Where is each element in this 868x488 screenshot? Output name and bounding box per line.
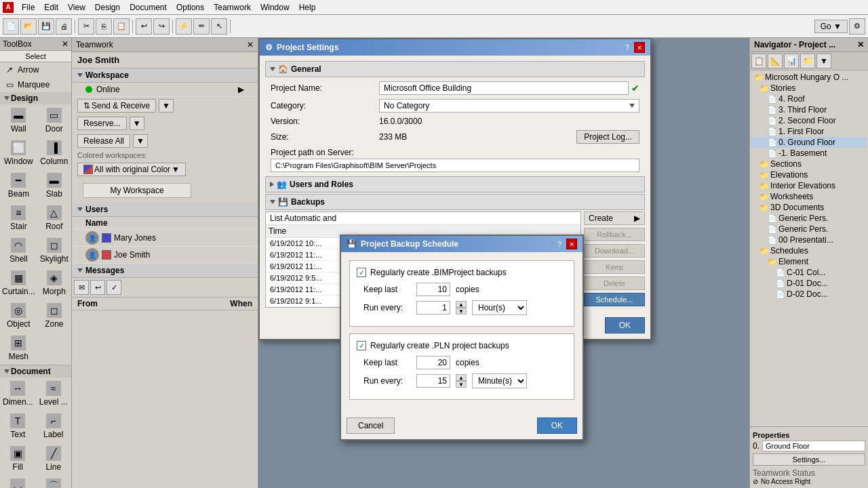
tree-item[interactable]: 📄C-01 Col... — [751, 267, 867, 278]
tree-item[interactable]: 📄D-01 Doc... — [751, 278, 867, 289]
tree-item[interactable]: 📁Stories — [751, 83, 867, 94]
tool-slab[interactable]: ▬Slab — [37, 169, 71, 202]
tree-item[interactable]: 📄0. Ground Floor — [751, 137, 867, 148]
tree-item[interactable]: 📁Microsoft Hungary O ... — [751, 72, 867, 83]
tree-item[interactable]: 📄-1. Basement — [751, 148, 867, 159]
tool-label[interactable]: ⌐Label — [36, 410, 72, 443]
document-section[interactable]: Document — [0, 365, 71, 378]
online-arrow-btn[interactable]: ▶ — [238, 85, 244, 94]
menu-design[interactable]: Design — [91, 1, 124, 14]
tree-item[interactable]: 📁Schedules — [751, 245, 867, 256]
delete-backup-btn[interactable]: Delete — [584, 277, 645, 290]
tool-skylight[interactable]: ◻Skylight — [37, 235, 71, 267]
cursor-btn[interactable]: ↖ — [211, 18, 227, 35]
tool-stair[interactable]: ≡Stair — [0, 202, 37, 235]
backup-cancel-btn[interactable]: Cancel — [347, 418, 395, 434]
schedule-backup-btn[interactable]: Schedule... — [584, 293, 645, 306]
tool-arc[interactable]: ◡Arc/Ci... — [0, 475, 36, 488]
tree-item[interactable]: 📁Interior Elevations — [751, 180, 867, 191]
menu-options[interactable]: Options — [172, 1, 208, 14]
ps-ok-btn[interactable]: OK — [605, 317, 645, 333]
cut-btn[interactable]: ✂ — [78, 18, 94, 35]
download-btn[interactable]: Download... — [584, 244, 645, 258]
reply-msg-btn[interactable]: ↩ — [90, 280, 105, 295]
tool-level[interactable]: ≈Level ... — [36, 378, 72, 410]
pencil-btn[interactable]: ✏ — [193, 18, 210, 35]
project-name-input[interactable] — [379, 81, 629, 95]
tool-beam[interactable]: ━Beam — [0, 169, 37, 202]
menu-help[interactable]: Help — [295, 1, 320, 14]
menu-teamwork[interactable]: Teamwork — [210, 1, 255, 14]
tree-item[interactable]: 📁Sections — [751, 159, 867, 169]
bim-interval-select[interactable]: Hour(s) Minute(s) Day(s) — [472, 300, 527, 315]
tool-line[interactable]: ╱Line — [36, 443, 72, 475]
nav-btn-3[interactable]: 📊 — [784, 54, 799, 68]
tool-mesh[interactable]: ⊞Mesh — [0, 332, 37, 365]
print-btn[interactable]: 🖨 — [56, 18, 72, 35]
backups-header[interactable]: 💾 Backups — [265, 194, 645, 210]
bim-checkbox[interactable]: ✓ — [357, 268, 366, 277]
project-log-btn[interactable]: Project Log... — [576, 130, 639, 144]
nav-btn-4[interactable]: 📁 — [800, 54, 815, 68]
nav-btn-5[interactable]: ▼ — [816, 54, 831, 68]
tree-item[interactable]: 📄3. Third Floor — [751, 104, 867, 115]
navigator-close-btn[interactable]: ✕ — [857, 40, 864, 49]
tree-item[interactable]: 📄2. Second Floor — [751, 115, 867, 126]
compose-msg-btn[interactable]: ✉ — [74, 280, 89, 295]
new-btn[interactable]: 📄 — [3, 18, 19, 35]
toolbox-arrow[interactable]: ↗ Arrow — [0, 62, 71, 77]
ps-close-btn[interactable]: ✕ — [634, 42, 645, 53]
bim-keep-input[interactable] — [416, 283, 450, 296]
menu-document[interactable]: Document — [125, 1, 171, 14]
tree-item[interactable]: 📁Worksheets — [751, 191, 867, 202]
pln-interval-select[interactable]: Hour(s) Minute(s) Day(s) — [472, 373, 527, 388]
pln-run-input[interactable] — [416, 374, 450, 388]
save-btn[interactable]: 💾 — [38, 18, 54, 35]
pln-checkbox[interactable]: ✓ — [357, 341, 366, 350]
tool-object[interactable]: ◎Object — [0, 300, 37, 332]
pln-spin-up[interactable]: ▲ — [456, 374, 467, 381]
tool-door[interactable]: ▭Door — [37, 104, 71, 137]
ps-help-btn[interactable]: ? — [622, 42, 633, 53]
toolbox-close-btn[interactable]: ✕ — [62, 39, 68, 49]
tree-item[interactable]: 📁Element — [751, 256, 867, 267]
all-original-color-btn[interactable]: All with original Color ▼ — [77, 163, 186, 176]
tool-dimen[interactable]: ↔Dimen... — [0, 378, 36, 410]
bs-help-btn[interactable]: ? — [554, 239, 565, 249]
menu-edit[interactable]: Edit — [40, 1, 62, 14]
tree-item[interactable]: 📄D-02 Doc... — [751, 289, 867, 300]
open-btn[interactable]: 📂 — [20, 18, 37, 35]
nav-btn-2[interactable]: 📐 — [768, 54, 783, 68]
reserve-dropdown[interactable]: ▼ — [130, 117, 144, 130]
release-all-btn[interactable]: Release All — [77, 134, 130, 148]
redo-btn[interactable]: ↪ — [153, 18, 170, 35]
settings-toolbar-btn[interactable]: ⚙ — [849, 18, 865, 35]
tool-curtain[interactable]: ▦Curtain... — [0, 267, 37, 300]
tree-item[interactable]: 📄Generic Pers. — [751, 213, 867, 224]
bim-spin-down[interactable]: ▼ — [456, 308, 467, 314]
tree-item[interactable]: 📄1. First Floor — [751, 126, 867, 137]
menu-view[interactable]: View — [64, 1, 90, 14]
bim-run-input[interactable] — [416, 301, 450, 314]
my-workspace-btn[interactable]: My Workspace — [83, 183, 191, 198]
undo-btn[interactable]: ↩ — [136, 18, 152, 35]
paste-btn[interactable]: 📋 — [113, 18, 130, 35]
tool-window[interactable]: ⬜Window — [0, 137, 37, 169]
bim-spin-up[interactable]: ▲ — [456, 301, 467, 308]
menu-window[interactable]: Window — [256, 1, 294, 14]
rollback-btn[interactable]: Rollback... — [584, 228, 645, 241]
settings-nav-btn[interactable]: Settings... — [753, 453, 865, 466]
tree-item[interactable]: 📁Elevations — [751, 169, 867, 180]
release-all-dropdown[interactable]: ▼ — [133, 134, 148, 148]
backup-ok-btn[interactable]: OK — [537, 418, 577, 434]
users-section[interactable]: Users — [72, 203, 258, 217]
reserve-btn[interactable]: Reserve... — [77, 117, 127, 130]
general-section-header[interactable]: 🏠 General — [265, 61, 645, 77]
go-btn[interactable]: Go ▼ — [814, 20, 848, 33]
messages-section[interactable]: Messages — [72, 264, 258, 278]
tree-item[interactable]: 📄Generic Pers. — [751, 224, 867, 235]
tool-shell[interactable]: ◠Shell — [0, 235, 37, 267]
create-btn[interactable]: Create ▶ — [584, 211, 645, 225]
tool-fill[interactable]: ▣Fill — [0, 443, 36, 475]
tree-item[interactable]: 📄4. Roof — [751, 94, 867, 104]
